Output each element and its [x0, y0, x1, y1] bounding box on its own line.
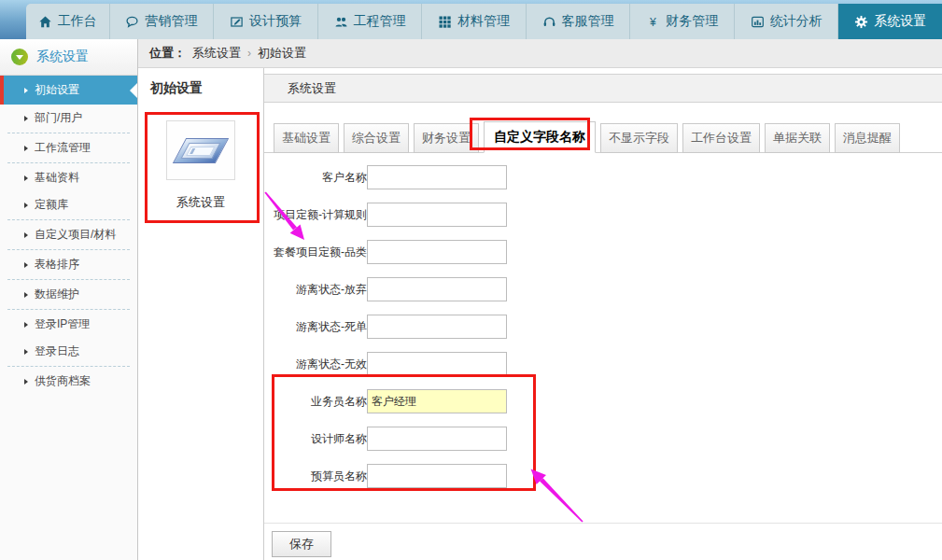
nav-item-home[interactable]: 工作台 [26, 4, 110, 39]
sidebar-item-data-maintenance[interactable]: 数据维护 [0, 281, 137, 308]
stray-status-abandon-label: 游离状态-放弃 [264, 282, 367, 298]
nav-item-finance[interactable]: ¥财务管理 [630, 4, 735, 39]
save-button[interactable]: 保存 [272, 531, 331, 557]
sidebar-item-departments-users[interactable]: 部门/用户 [0, 105, 137, 132]
sidebar-item-table-sort[interactable]: 表格排序 [0, 251, 137, 278]
designer-name-label: 设计师名称 [264, 431, 367, 447]
custom-field-form: 客户名称项目定额-计算规则套餐项目定额-品类游离状态-放弃游离状态-死单游离状态… [264, 165, 942, 488]
sidebar-item-label: 登录日志 [35, 343, 79, 359]
form-row: 游离状态-死单 [264, 315, 942, 339]
stray-status-abandon-input[interactable] [367, 277, 507, 301]
sidebar-item-supplier-archive[interactable]: 供货商档案 [0, 368, 137, 395]
nav-item-customer-service[interactable]: 客服管理 [527, 4, 631, 39]
sidebar-separator [7, 249, 130, 250]
system-settings-icon[interactable] [166, 120, 235, 180]
home-icon [38, 15, 52, 29]
nav-item-statistics[interactable]: 统计分析 [735, 4, 839, 39]
chevron-down-icon [16, 55, 23, 60]
form-row: 客户名称 [264, 165, 942, 189]
sidebar-item-quota-library[interactable]: 定额库 [0, 191, 137, 218]
nav-item-label: 系统设置 [874, 13, 926, 30]
sidebar-item-basic-data[interactable]: 基础资料 [0, 164, 137, 191]
designer-name-input[interactable] [367, 427, 507, 451]
nav-item-label: 统计分析 [770, 13, 822, 30]
form-row: 套餐项目定额-品类 [264, 240, 942, 264]
package-project-quota-category-label: 套餐项目定额-品类 [264, 245, 367, 260]
triangle-bullet-icon [24, 88, 28, 93]
breadcrumb-item-system-settings[interactable]: 系统设置 [192, 45, 241, 62]
sidebar-header-label: 系统设置 [36, 49, 89, 65]
triangle-bullet-icon [24, 349, 28, 355]
nav-item-label: 客服管理 [562, 13, 614, 30]
main-panel: 系统设置 基础设置综合设置财务设置自定义字段名称不显示字段工作台设置单据关联消息… [264, 68, 942, 560]
triangle-bullet-icon [24, 322, 28, 328]
tab-document-link[interactable]: 单据关联 [765, 123, 830, 153]
triangle-bullet-icon [24, 292, 28, 298]
sidebar-header[interactable]: 系统设置 [0, 39, 137, 76]
package-project-quota-category-input[interactable] [367, 240, 507, 264]
sidebar-item-label: 工作流管理 [35, 140, 91, 156]
sidebar-item-login-ip[interactable]: 登录IP管理 [0, 311, 137, 338]
save-row: 保存 [264, 523, 942, 557]
collapse-circle-icon[interactable] [11, 49, 28, 65]
nav-item-label: 营销管理 [145, 13, 197, 30]
sidebar-item-label: 表格排序 [35, 257, 79, 273]
sidebar: 系统设置 初始设置部门/用户工作流管理基础资料定额库自定义项目/材料表格排序数据… [0, 39, 138, 560]
tab-workbench[interactable]: 工作台设置 [682, 123, 760, 153]
sidebar-item-initial-setup[interactable]: 初始设置 [0, 76, 137, 105]
breadcrumb-prefix: 位置： [149, 45, 186, 62]
sidebar-item-label: 基础资料 [35, 170, 79, 186]
sidebar-separator [7, 309, 130, 310]
nav-item-marketing[interactable]: 营销管理 [110, 4, 215, 39]
salesman-name-label: 业务员名称 [264, 394, 367, 410]
project-quota-calc-rule-label: 项目定额-计算规则 [264, 207, 367, 223]
breadcrumb: 位置： 系统设置 › 初始设置 [138, 39, 942, 68]
system-settings-shortcut[interactable]: 系统设置 [138, 120, 263, 211]
gear-icon [854, 15, 868, 29]
tab-custom-field-names[interactable]: 自定义字段名称 [484, 121, 596, 153]
breadcrumb-item-initial-setup[interactable]: 初始设置 [258, 45, 306, 62]
settings-tabs: 基础设置综合设置财务设置自定义字段名称不显示字段工作台设置单据关联消息提醒 [264, 121, 942, 153]
nav-item-label: 工作台 [58, 13, 97, 30]
tab-hidden-fields[interactable]: 不显示字段 [600, 123, 678, 153]
tab-message-alert[interactable]: 消息提醒 [835, 123, 900, 153]
triangle-bullet-icon [24, 232, 28, 238]
top-navigation-bar: 工作台营销管理设计预算工程管理材料管理客服管理¥财务管理统计分析系统设置 [0, 0, 942, 39]
stray-status-invalid-input[interactable] [367, 352, 507, 376]
yen-icon: ¥ [646, 15, 660, 29]
budgeter-name-input[interactable] [367, 464, 507, 488]
nav-item-materials[interactable]: 材料管理 [422, 4, 527, 39]
sidebar-item-login-log[interactable]: 登录日志 [0, 338, 137, 365]
sidebar-item-custom-project-material[interactable]: 自定义项目/材料 [0, 221, 137, 248]
stray-status-dead-input[interactable] [367, 315, 507, 339]
triangle-bullet-icon [24, 379, 28, 385]
nav-item-label: 材料管理 [457, 13, 510, 30]
sidebar-separator [7, 162, 130, 163]
tab-finance[interactable]: 财务设置 [414, 123, 479, 153]
tab-basic[interactable]: 基础设置 [274, 123, 339, 153]
nav-item-label: 设计预算 [249, 13, 302, 30]
sidebar-separator [7, 133, 130, 133]
form-row: 业务员名称 [264, 389, 942, 413]
project-quota-calc-rule-input[interactable] [367, 203, 507, 227]
sidebar-item-workflow[interactable]: 工作流管理 [0, 134, 137, 161]
nav-item-engineering[interactable]: 工程管理 [318, 4, 423, 39]
stray-status-invalid-label: 游离状态-无效 [264, 357, 367, 372]
svg-text:¥: ¥ [649, 15, 656, 28]
grid-icon [438, 15, 452, 29]
active-notch-icon [130, 83, 137, 98]
nav-item-system-settings[interactable]: 系统设置 [838, 4, 942, 39]
customer-name-input[interactable] [367, 165, 507, 189]
sidebar-separator [7, 279, 130, 280]
sidebar-item-label: 部门/用户 [35, 110, 82, 126]
form-row: 游离状态-放弃 [264, 277, 942, 301]
tab-general[interactable]: 综合设置 [344, 123, 409, 153]
nav-item-design-budget[interactable]: 设计预算 [214, 4, 318, 39]
sidebar-item-label: 供货商档案 [35, 373, 91, 389]
sidebar-item-label: 数据维护 [35, 287, 79, 302]
sidebar-item-label: 初始设置 [35, 82, 79, 98]
nav-item-label: 工程管理 [354, 13, 406, 30]
salesman-name-input[interactable] [367, 389, 507, 413]
triangle-bullet-icon [24, 146, 28, 151]
breadcrumb-separator: › [247, 47, 251, 60]
